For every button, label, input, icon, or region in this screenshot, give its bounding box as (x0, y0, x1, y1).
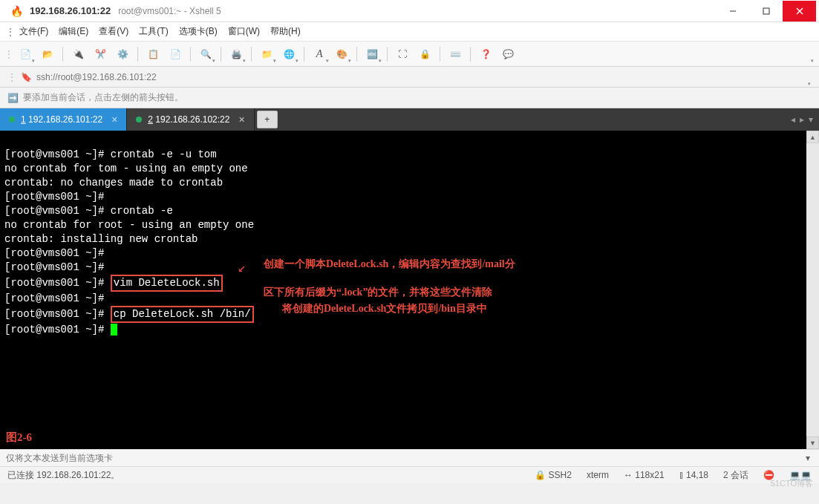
terminal-line: [root@vms001 ~]# crontab -e -u tom (4, 148, 217, 160)
xftp-button[interactable]: 📁▾ (256, 44, 277, 65)
separator (221, 47, 221, 62)
tabbar: 1 192.168.26.101:22 × 2 192.168.26.102:2… (0, 108, 819, 131)
titlebar: 🔥 192.168.26.101:22 root@vms001:~ - Xshe… (0, 0, 819, 22)
tip-text: 要添加当前会话，点击左侧的箭头按钮。 (23, 91, 183, 104)
sendbar: ▾ (0, 449, 819, 467)
separator (137, 47, 138, 62)
status-sessions: 2 会话 (723, 469, 748, 482)
menubar: ⋮ 文件(F) 编辑(E) 查看(V) 工具(T) 选项卡(B) 窗口(W) 帮… (0, 22, 819, 42)
find-button[interactable]: 🔍▾ (195, 44, 216, 65)
globe-button[interactable]: 🌐▾ (278, 44, 299, 65)
new-tab-button[interactable]: + (257, 111, 278, 128)
menu-window[interactable]: 窗口(W) (228, 25, 260, 38)
tab-label: 192.168.26.102:22 (155, 114, 229, 125)
arrow-icon: ↙ (238, 261, 246, 275)
terminal[interactable]: [root@vms001 ~]# crontab -e -u tom no cr… (0, 131, 806, 449)
color-button[interactable]: 🎨▾ (331, 44, 352, 65)
add-session-arrow-button[interactable]: ➡️ (7, 93, 19, 103)
font-button[interactable]: A▾ (309, 44, 330, 65)
address-url[interactable]: ssh://root@192.168.26.101:22 (36, 72, 157, 82)
menu-tabs[interactable]: 选项卡(B) (179, 25, 218, 38)
scrollbar[interactable]: ▲ ▼ (806, 131, 819, 449)
statusbar: 已连接 192.168.26.101:22。 🔒 SSH2 xterm ↔ 11… (0, 467, 819, 483)
status-dot-icon (9, 117, 15, 122)
toolbar-grip-icon: ⋮ (4, 49, 13, 59)
separator (356, 47, 357, 62)
minimize-button[interactable] (716, 1, 749, 22)
cursor-icon (111, 324, 117, 336)
properties-button[interactable]: ⚙️ (112, 44, 133, 65)
status-protocol: 🔒 SSH2 (535, 470, 572, 480)
bookmark-icon[interactable]: 🔖 (21, 72, 32, 82)
annotation-1a: 创建一个脚本DeleteLock.sh，编辑内容为查找到/mail分 (264, 257, 515, 271)
status-position: ⫿ 14,18 (679, 470, 708, 480)
terminal-line: crontab: no changes made to crontab (4, 177, 223, 189)
send-input[interactable] (6, 453, 803, 463)
tab-list-button[interactable]: ▾ (809, 114, 813, 125)
disconnect-button[interactable]: ✂️ (90, 44, 111, 65)
print-button[interactable]: 🖨️▾ (226, 44, 247, 65)
keyboard-button[interactable]: ⌨️ (445, 44, 466, 65)
tab-close-button[interactable]: × (111, 114, 117, 125)
tab-number: 2 (148, 114, 153, 125)
tipbar: ➡️ 要添加当前会话，点击左侧的箭头按钮。 (0, 88, 819, 108)
scroll-up-button[interactable]: ▲ (806, 131, 819, 143)
open-session-button[interactable]: 📂 (37, 44, 58, 65)
send-dropdown-button[interactable]: ▾ (803, 453, 813, 463)
addressbar: ⋮ 🔖 ssh://root@192.168.26.101:22 ▾ (0, 67, 819, 88)
figure-label: 图2-6 (6, 431, 32, 445)
menu-view[interactable]: 查看(V) (99, 25, 128, 38)
addressbar-overflow-button[interactable]: ▾ (791, 67, 812, 88)
separator (304, 47, 304, 62)
encoding-button[interactable]: 🔤▾ (362, 44, 382, 65)
terminal-line: [root@vms001 ~]# (4, 292, 104, 304)
separator (62, 47, 63, 62)
title-subtitle: root@vms001:~ - Xshell 5 (118, 6, 221, 16)
scroll-track[interactable] (806, 143, 819, 436)
terminal-line: [root@vms001 ~]# (4, 191, 104, 203)
menu-grip-icon: ⋮ (6, 27, 15, 37)
highlighted-command-2: cp DeleteLock.sh /bin/ (111, 306, 254, 323)
terminal-line: no crontab for root - using an empty one (4, 219, 254, 231)
separator (387, 47, 388, 62)
terminal-prompt: [root@vms001 ~]# (4, 277, 111, 289)
terminal-container: [root@vms001 ~]# crontab -e -u tom no cr… (0, 131, 819, 449)
terminal-line: crontab: installing new crontab (4, 233, 198, 245)
menu-file[interactable]: 文件(F) (19, 25, 48, 38)
status-size: ↔ 118x21 (624, 470, 665, 480)
status-connected: 已连接 192.168.26.101:22。 (7, 469, 120, 482)
separator (190, 47, 191, 62)
tab-2[interactable]: 2 192.168.26.102:22 × (127, 108, 254, 131)
separator (470, 47, 471, 62)
menu-help[interactable]: 帮助(H) (270, 25, 301, 38)
status-term: xterm (587, 470, 609, 480)
tab-prev-button[interactable]: ◂ (791, 114, 795, 125)
menu-edit[interactable]: 编辑(E) (59, 25, 88, 38)
terminal-line: no crontab for tom - using an empty one (4, 163, 248, 174)
annotation-1b: 区下所有后缀为“.lock”的文件，并将这些文件清除 (264, 285, 492, 299)
tab-1[interactable]: 1 192.168.26.101:22 × (0, 108, 127, 131)
paste-button[interactable]: 📄 (165, 44, 186, 65)
toolbar-overflow-button[interactable]: ▾ (794, 44, 815, 65)
new-session-button[interactable]: 📄▾ (15, 44, 36, 65)
fullscreen-button[interactable]: ⛶ (392, 44, 413, 65)
chat-button[interactable]: 💬 (497, 44, 518, 65)
close-button[interactable] (783, 1, 816, 22)
terminal-line: [root@vms001 ~]# crontab -e (4, 205, 173, 217)
terminal-prompt: [root@vms001 ~]# (4, 308, 111, 320)
tab-next-button[interactable]: ▸ (800, 114, 804, 125)
annotation-2: 将创建的DeleteLock.sh文件拷贝到/bin目录中 (282, 301, 487, 315)
svg-rect-1 (763, 8, 769, 14)
scroll-down-button[interactable]: ▼ (806, 436, 819, 449)
help-button[interactable]: ❓ (475, 44, 496, 65)
tab-navigation: ◂ ▸ ▾ (785, 108, 819, 131)
toolbar: ⋮ 📄▾ 📂 🔌 ✂️ ⚙️ 📋 📄 🔍▾ 🖨️▾ 📁▾ 🌐▾ A▾ 🎨▾ 🔤▾… (0, 42, 819, 67)
maximize-button[interactable] (749, 1, 783, 22)
app-icon: 🔥 (10, 5, 22, 17)
copy-button[interactable]: 📋 (143, 44, 163, 65)
reconnect-button[interactable]: 🔌 (68, 44, 88, 65)
menu-tools[interactable]: 工具(T) (139, 25, 168, 38)
tab-close-button[interactable]: × (238, 114, 244, 125)
lock-button[interactable]: 🔒 (414, 44, 435, 65)
highlighted-command-1: vim DeleteLock.sh (111, 275, 223, 292)
